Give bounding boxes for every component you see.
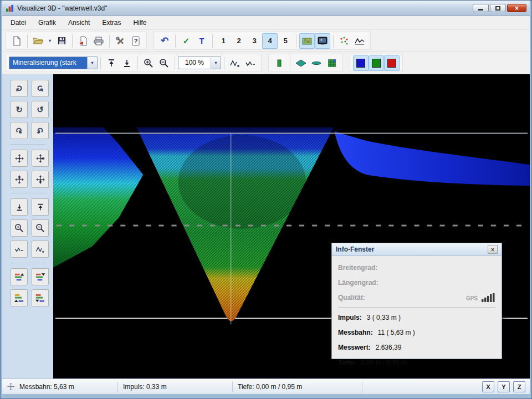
rotate-x-ccw-button[interactable]: ↺	[32, 80, 49, 97]
render-canvas[interactable]: Info-Fenster × Breitengrad: Längengrad: …	[53, 74, 530, 378]
sidebar-zoom-in-button[interactable]	[11, 219, 28, 237]
app-window: Visualizer 3D - "waterwell.v3d" × Datei …	[0, 0, 532, 399]
layer-up-a-button[interactable]	[11, 268, 28, 285]
open-dropdown-button[interactable]: ▾	[46, 33, 54, 49]
messwert-value: 2.636,39	[376, 344, 402, 351]
menu-datei[interactable]: Datei	[4, 17, 32, 29]
close-button[interactable]: ×	[507, 4, 526, 12]
status-separator	[117, 382, 118, 392]
profile-view-button[interactable]	[352, 33, 367, 49]
gps-indicator: GPS	[466, 293, 495, 303]
curve-sharpen-button[interactable]	[32, 241, 49, 258]
separator	[175, 57, 175, 70]
svg-text:?: ?	[134, 38, 138, 44]
marker-t-button[interactable]: T	[194, 33, 209, 49]
sidebar-zoom-out-button[interactable]	[32, 219, 49, 237]
axis-x-button[interactable]: X	[482, 381, 494, 392]
rotate-z-ccw-button[interactable]: ↺	[32, 122, 49, 139]
pan-left-button[interactable]	[11, 150, 28, 167]
layer-up-b-button[interactable]	[11, 289, 28, 306]
layer-select-value: Mineralisierung (stark	[9, 57, 87, 69]
marker-check-button[interactable]: ✓	[178, 33, 194, 49]
menu-bar: Datei Grafik Ansicht Extras Hilfe	[2, 16, 530, 30]
info-window-titlebar[interactable]: Info-Fenster ×	[332, 243, 502, 256]
view-2-button[interactable]: 2	[231, 33, 247, 49]
rotate-z-cw-button[interactable]: ↻	[11, 122, 28, 139]
toolbar-view-group: ↶ ✓ T 1 2 3 4 5	[154, 32, 371, 50]
column-mode-button[interactable]	[272, 55, 287, 71]
view-5-label: 5	[283, 37, 287, 45]
tile-3d-button[interactable]	[293, 55, 309, 71]
toolbar-main: ▾ ? ↶ ✓ T 1 2	[2, 30, 530, 52]
axis-y-button[interactable]: Y	[498, 381, 510, 392]
save-button[interactable]	[54, 33, 69, 49]
rotate-y-cw-button[interactable]: ↻	[11, 101, 28, 118]
undo-icon: ↶	[161, 36, 168, 45]
curve-flatten-button[interactable]	[11, 241, 28, 258]
tile-3d-icon	[295, 59, 306, 67]
terrain-view-button[interactable]	[299, 33, 315, 49]
print-button[interactable]	[91, 33, 106, 49]
maximize-button[interactable]	[490, 4, 506, 12]
info-window-close-button[interactable]: ×	[488, 245, 498, 254]
open-file-button[interactable]	[30, 33, 46, 49]
export-button[interactable]	[75, 33, 91, 49]
grid-mode-button[interactable]	[324, 55, 340, 71]
sidebar-separator	[11, 193, 45, 193]
view-4-label: 4	[268, 37, 272, 45]
separator	[72, 34, 73, 48]
layer-down-b-button[interactable]	[32, 289, 49, 306]
settings-tools-button[interactable]	[112, 33, 128, 49]
zoom-level-select[interactable]: 100 % ▾	[178, 57, 221, 69]
view-3-button[interactable]: 3	[247, 33, 262, 49]
pan-up-button[interactable]	[11, 171, 28, 188]
layer-select-arrow[interactable]: ▾	[87, 57, 97, 69]
menu-hilfe[interactable]: Hilfe	[127, 17, 152, 29]
menu-extras[interactable]: Extras	[96, 17, 127, 29]
to-bottom-button[interactable]	[119, 55, 135, 71]
pan-cross-icon	[35, 154, 45, 163]
undo-button[interactable]: ↶	[157, 33, 172, 49]
minimize-button[interactable]	[473, 4, 489, 12]
zoom-out-button[interactable]	[156, 55, 172, 71]
view-1-button[interactable]: 1	[216, 33, 231, 49]
peak-add-button[interactable]	[227, 55, 243, 71]
pan-cross-icon	[14, 154, 24, 163]
pan-right-button[interactable]	[32, 150, 49, 167]
tiefe-label: Tiefe:	[338, 359, 356, 366]
green-column-icon	[274, 58, 284, 68]
menu-grafik[interactable]: Grafik	[32, 17, 62, 29]
layer-down-a-button[interactable]	[32, 268, 49, 285]
menu-ansicht[interactable]: Ansicht	[62, 17, 96, 29]
peak-remove-button[interactable]	[243, 55, 258, 71]
tools-icon	[115, 36, 125, 46]
help-button[interactable]: ?	[128, 33, 144, 49]
to-top-button[interactable]	[104, 55, 119, 71]
curve-minus-icon	[245, 58, 256, 68]
screen-view-button[interactable]	[315, 33, 330, 49]
view-5-button[interactable]: 5	[278, 33, 293, 49]
layer-select[interactable]: Mineralisierung (stark ▾	[9, 57, 98, 69]
new-file-icon	[12, 36, 22, 46]
flat-plane-button[interactable]	[309, 55, 324, 71]
rotate-x-cw-button[interactable]: ↻	[11, 80, 28, 97]
breitengrad-label: Breitengrad:	[338, 264, 377, 272]
zoom-in-button[interactable]	[141, 55, 156, 71]
new-file-button[interactable]	[9, 33, 24, 49]
rotate-ccw-icon: ↺	[37, 126, 44, 135]
point-view-button[interactable]	[336, 33, 352, 49]
app-icon	[6, 4, 14, 12]
rotate-y-ccw-button[interactable]: ↺	[32, 101, 49, 118]
align-bottom-button[interactable]	[11, 198, 28, 216]
pan-status-icon	[7, 382, 15, 391]
axis-z-button[interactable]: Z	[513, 381, 525, 392]
status-impuls: Impuls: 0,33 m	[123, 383, 227, 391]
pan-down-button[interactable]	[32, 171, 49, 188]
view-4-button[interactable]: 4	[262, 33, 278, 49]
zoom-level-arrow[interactable]: ▾	[211, 57, 221, 69]
align-top-button[interactable]	[32, 198, 49, 216]
color-red-button[interactable]	[384, 55, 400, 71]
toolbar-options: Mineralisierung (stark ▾ 100 % ▾	[2, 52, 530, 74]
color-blue-button[interactable]	[353, 55, 369, 71]
color-green-button[interactable]	[369, 55, 384, 71]
